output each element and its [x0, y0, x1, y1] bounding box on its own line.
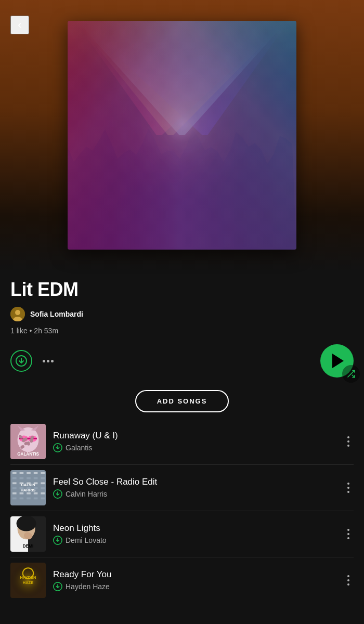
track-artist-3: Demi Lovato [66, 536, 107, 544]
svg-point-1 [15, 310, 20, 315]
actions-row [10, 344, 354, 378]
track-artist-2: Calvin Harris [66, 490, 107, 498]
album-art-canvas [68, 21, 296, 250]
track-more-3[interactable] [343, 525, 354, 543]
track-artist-1: Galantis [66, 444, 92, 452]
add-songs-row: ADD SONGS [10, 390, 354, 412]
creator-avatar [10, 307, 25, 321]
track-item[interactable]: Runaway (U & I) Galantis [0, 419, 364, 464]
track-more-1[interactable] [343, 432, 354, 451]
avatar-icon [10, 307, 25, 321]
track-item[interactable]: Feel So Close - Radio Edit Calvin Harris [0, 465, 364, 511]
dl-circle-icon-2 [53, 489, 62, 499]
track-download-icon-1 [53, 443, 62, 452]
track-title-1: Runaway (U & I) [53, 431, 336, 441]
track-artist-row-4: Hayden Haze [53, 582, 336, 591]
track-artist-4: Hayden Haze [66, 582, 110, 591]
track-title-3: Neon Lights [53, 523, 336, 534]
track-more-4[interactable] [343, 571, 354, 590]
track-list: Runaway (U & I) Galantis Feel So Close -… [0, 419, 364, 614]
shuffle-button[interactable] [342, 365, 360, 383]
track-download-icon-2 [53, 489, 62, 499]
track-info-2: Feel So Close - Radio Edit Calvin Harris [53, 477, 336, 499]
track-more-2[interactable] [343, 478, 354, 497]
download-icon [16, 355, 27, 367]
track-thumbnail-4 [10, 563, 46, 598]
dl-circle-icon-4 [53, 582, 62, 591]
header-background: ‹ [0, 0, 364, 270]
track-info-4: Ready For You Hayden Haze [53, 569, 336, 591]
playlist-title: Lit EDM [10, 279, 354, 301]
add-songs-button[interactable]: ADD SONGS [135, 390, 229, 412]
actions-left [10, 350, 54, 372]
track-item[interactable]: Neon Lights Demi Lovato [0, 511, 364, 557]
dl-circle-icon-3 [53, 536, 62, 545]
track-info-1: Runaway (U & I) Galantis [53, 431, 336, 452]
track-thumbnail-2 [10, 470, 46, 505]
track-artist-row-3: Demi Lovato [53, 536, 336, 545]
actions-right [320, 344, 354, 378]
shuffle-icon [346, 369, 356, 379]
track-download-icon-4 [53, 582, 62, 591]
track-title-4: Ready For You [53, 569, 336, 580]
track-info-3: Neon Lights Demi Lovato [53, 523, 336, 545]
track-download-icon-3 [53, 536, 62, 545]
more-options-button[interactable] [43, 360, 54, 362]
track-title-2: Feel So Close - Radio Edit [53, 477, 336, 487]
playlist-content: Lit EDM Sofia Lombardi 1 like • 2h 53m [0, 270, 364, 412]
creator-name: Sofia Lombardi [30, 310, 83, 318]
back-icon: ‹ [18, 18, 21, 32]
track-thumbnail-3 [10, 516, 46, 552]
dl-circle-icon-1 [53, 443, 62, 452]
track-artist-row-2: Calvin Harris [53, 489, 336, 499]
play-icon [332, 354, 344, 368]
track-item[interactable]: Ready For You Hayden Haze [0, 557, 364, 603]
playlist-meta: 1 like • 2h 53m [10, 327, 354, 335]
download-button[interactable] [10, 350, 32, 372]
creator-row: Sofia Lombardi [10, 307, 354, 321]
track-thumbnail-1 [10, 424, 46, 459]
back-button[interactable]: ‹ [10, 16, 29, 34]
track-artist-row-1: Galantis [53, 443, 336, 452]
album-art [68, 21, 296, 250]
